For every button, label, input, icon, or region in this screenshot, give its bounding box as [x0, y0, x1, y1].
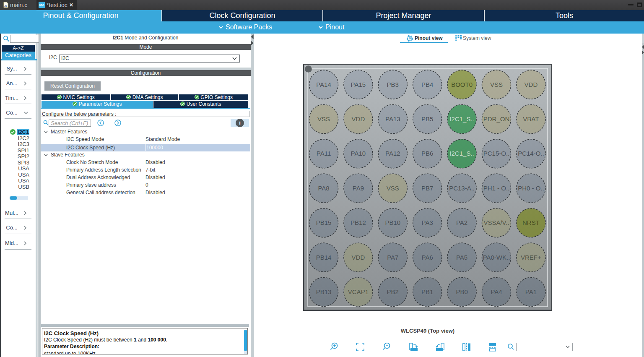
svg-text:PA3: PA3 — [422, 219, 433, 226]
svg-text:PA14: PA14 — [316, 81, 331, 88]
svg-text:PC13-A..: PC13-A.. — [449, 185, 475, 192]
svg-text:PB13: PB13 — [316, 288, 332, 295]
svg-text:PA4: PA4 — [491, 288, 502, 295]
svg-text:PA11: PA11 — [317, 150, 331, 157]
svg-text:I2C1_S..: I2C1_S.. — [449, 115, 474, 122]
svg-text:VCAP1: VCAP1 — [348, 288, 369, 295]
svg-text:VSS: VSS — [317, 115, 330, 122]
svg-text:PB1: PB1 — [421, 288, 433, 295]
svg-text:I2C1_S..: I2C1_S.. — [449, 150, 474, 157]
svg-text:PB12: PB12 — [351, 219, 366, 226]
svg-text:VDD: VDD — [352, 115, 365, 122]
svg-text:BOOT0: BOOT0 — [451, 81, 473, 88]
svg-text:PB5: PB5 — [421, 115, 433, 122]
svg-text:PA5: PA5 — [456, 254, 467, 261]
svg-text:PA9: PA9 — [353, 185, 364, 192]
svg-text:PH1 - O..: PH1 - O.. — [483, 185, 510, 192]
svg-text:PB7: PB7 — [421, 185, 433, 192]
svg-text:PH0 - O..: PH0 - O.. — [518, 185, 544, 192]
svg-text:VREF+: VREF+ — [521, 254, 541, 261]
svg-text:PA15: PA15 — [351, 81, 366, 88]
svg-text:PC15-O..: PC15-O.. — [483, 150, 510, 157]
svg-text:PA12: PA12 — [385, 150, 400, 157]
svg-text:VSS: VSS — [490, 81, 503, 88]
svg-text:PDR_ON: PDR_ON — [483, 115, 510, 122]
svg-text:PB2: PB2 — [387, 288, 399, 295]
svg-text:VSSA/V..: VSSA/V.. — [483, 219, 509, 226]
svg-text:PB15: PB15 — [316, 219, 332, 226]
svg-text:PA0-WK..: PA0-WK.. — [483, 254, 510, 261]
svg-text:PA2: PA2 — [456, 219, 467, 226]
svg-text:PA13: PA13 — [385, 115, 400, 122]
svg-text:PA7: PA7 — [387, 254, 398, 261]
svg-text:PA6: PA6 — [422, 254, 433, 261]
svg-text:PB14: PB14 — [316, 254, 332, 261]
svg-text:PC14-O..: PC14-O.. — [518, 150, 544, 157]
svg-text:VDD: VDD — [525, 81, 538, 88]
svg-text:VDD: VDD — [352, 254, 365, 261]
svg-text:PB4: PB4 — [421, 81, 433, 88]
svg-text:PA8: PA8 — [318, 185, 329, 192]
svg-text:PA10: PA10 — [351, 150, 366, 157]
svg-text:VBAT: VBAT — [523, 115, 539, 122]
svg-text:PB0: PB0 — [456, 288, 467, 295]
svg-text:PB6: PB6 — [421, 150, 433, 157]
svg-text:PA1: PA1 — [525, 288, 537, 295]
svg-text:PB3: PB3 — [387, 81, 399, 88]
svg-text:PB10: PB10 — [385, 219, 400, 226]
svg-text:VSS: VSS — [387, 185, 399, 192]
svg-text:.c: .c — [4, 4, 7, 8]
svg-text:NRST: NRST — [522, 219, 540, 226]
